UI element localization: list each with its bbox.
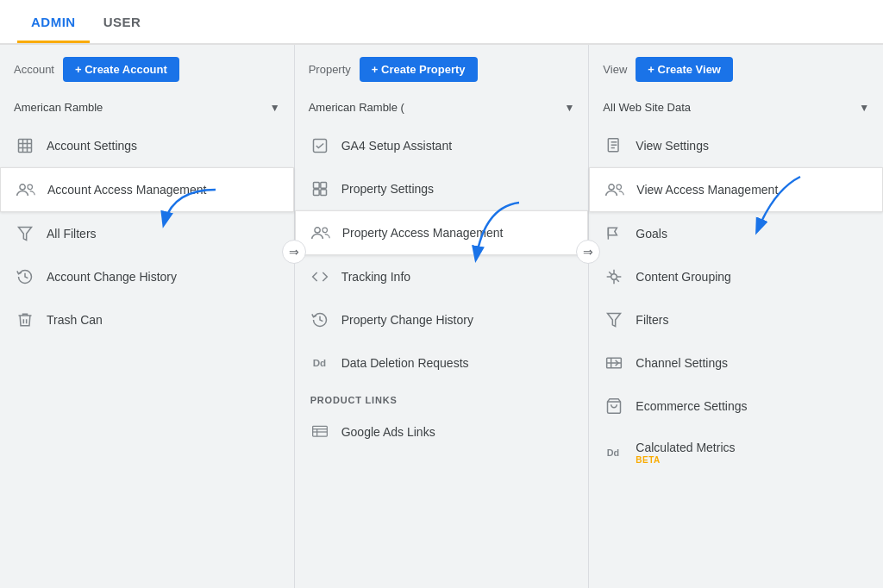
history-icon xyxy=(16,267,34,286)
svg-point-14 xyxy=(323,228,328,233)
property-dropdown-arrow-icon: ▼ xyxy=(564,102,574,114)
goals-label: Goals xyxy=(636,226,667,241)
all-filters-item[interactable]: All Filters xyxy=(0,212,294,255)
google-ads-icon xyxy=(310,422,329,441)
account-access-management-item[interactable]: Account Access Management xyxy=(0,167,294,212)
svg-point-13 xyxy=(315,228,320,233)
property-change-history-item[interactable]: Property Change History xyxy=(295,298,589,341)
account-header: Account + Create Account xyxy=(0,45,294,94)
view-dropdown-arrow-icon: ▼ xyxy=(859,102,869,114)
ga4-setup-label: GA4 Setup Assistant xyxy=(341,138,452,153)
view-dropdown-value: All Web Site Data xyxy=(603,101,691,114)
calculated-metrics-label: Calculated Metrics xyxy=(636,440,735,455)
property-change-history-label: Property Change History xyxy=(341,312,473,328)
building-icon xyxy=(16,136,34,155)
account-dropdown-value: American Ramble xyxy=(14,101,103,114)
calculated-metrics-item[interactable]: Dd Calculated Metrics BETA xyxy=(589,428,883,477)
view-access-management-label: View Access Management xyxy=(636,182,778,197)
view-column: View + Create View All Web Site Data ▼ V… xyxy=(589,45,883,588)
code-icon xyxy=(310,267,329,286)
people3-icon xyxy=(605,180,624,199)
content-grouping-icon xyxy=(604,267,623,286)
svg-line-32 xyxy=(610,272,612,274)
svg-point-6 xyxy=(28,185,33,190)
property-settings-label: Property Settings xyxy=(341,181,434,197)
svg-marker-34 xyxy=(608,314,621,327)
tracking-info-item[interactable]: Tracking Info xyxy=(295,255,589,298)
view-settings-label: View Settings xyxy=(636,138,709,153)
all-filters-label: All Filters xyxy=(47,226,97,241)
channel-icon xyxy=(604,353,623,372)
ecommerce-settings-label: Ecommerce Settings xyxy=(636,398,747,414)
product-links-section: PRODUCT LINKS xyxy=(295,385,589,410)
svg-marker-7 xyxy=(19,228,32,241)
svg-point-25 xyxy=(617,185,622,190)
view-header: View + Create View xyxy=(589,45,883,94)
property-settings-item[interactable]: Property Settings xyxy=(295,167,589,210)
property-access-management-label: Property Access Management xyxy=(342,225,504,241)
google-ads-links-item[interactable]: Google Ads Links xyxy=(295,410,589,454)
create-view-button[interactable]: + Create View xyxy=(636,57,733,82)
tab-user[interactable]: USER xyxy=(90,3,155,41)
property-col-arrow: ⇒ xyxy=(576,240,600,264)
svg-line-33 xyxy=(617,279,619,282)
property-dropdown-value: American Ramble ( xyxy=(309,101,404,114)
doc-icon xyxy=(604,136,623,155)
property-column: Property + Create Property American Ramb… xyxy=(295,45,590,588)
filter-icon xyxy=(16,224,34,243)
svg-rect-16 xyxy=(312,426,327,436)
beta-badge: BETA xyxy=(636,455,735,465)
svg-point-24 xyxy=(609,185,614,190)
view-filters-item[interactable]: Filters xyxy=(589,298,883,341)
checkbox-icon xyxy=(310,136,329,155)
view-settings-item[interactable]: View Settings xyxy=(589,124,883,167)
svg-point-5 xyxy=(20,185,25,190)
svg-rect-10 xyxy=(321,183,327,189)
data-deletion-label: Data Deletion Requests xyxy=(341,355,469,371)
content-grouping-label: Content Grouping xyxy=(636,269,731,285)
dd-icon: Dd xyxy=(310,353,329,372)
filter2-icon xyxy=(604,310,623,329)
account-change-history-item[interactable]: Account Change History xyxy=(0,255,294,298)
trash-icon xyxy=(16,310,34,329)
svg-rect-8 xyxy=(313,140,326,153)
top-tabs: ADMIN USER xyxy=(0,0,883,45)
account-col-arrow: ⇒ xyxy=(282,240,306,264)
property-access-management-item[interactable]: Property Access Management xyxy=(295,210,589,255)
tab-admin[interactable]: ADMIN xyxy=(17,3,90,41)
content-grouping-item[interactable]: Content Grouping xyxy=(589,255,883,298)
svg-text:Dd: Dd xyxy=(607,447,619,458)
create-property-button[interactable]: + Create Property xyxy=(360,57,478,82)
account-column: Account + Create Account American Ramble… xyxy=(0,45,295,588)
history2-icon xyxy=(310,310,329,329)
account-dropdown[interactable]: American Ramble ▼ xyxy=(0,94,294,121)
channel-settings-label: Channel Settings xyxy=(636,355,728,371)
account-label: Account xyxy=(14,63,54,76)
svg-rect-11 xyxy=(313,190,319,196)
people-icon xyxy=(16,180,35,199)
svg-rect-9 xyxy=(313,183,319,189)
account-dropdown-arrow-icon: ▼ xyxy=(270,102,280,114)
view-dropdown[interactable]: All Web Site Data ▼ xyxy=(589,94,883,121)
account-settings-item[interactable]: Account Settings xyxy=(0,124,294,167)
tracking-info-label: Tracking Info xyxy=(341,269,410,285)
ecommerce-icon xyxy=(604,397,623,416)
view-access-management-item[interactable]: View Access Management xyxy=(589,167,883,212)
channel-settings-item[interactable]: Channel Settings xyxy=(589,341,883,385)
ecommerce-settings-item[interactable]: Ecommerce Settings xyxy=(589,385,883,428)
goals-item[interactable]: Goals xyxy=(589,212,883,255)
svg-point-27 xyxy=(611,274,617,280)
property-header: Property + Create Property xyxy=(295,45,589,94)
property-dropdown[interactable]: American Ramble ( ▼ xyxy=(295,94,589,121)
svg-rect-12 xyxy=(321,190,327,196)
data-deletion-item[interactable]: Dd Data Deletion Requests xyxy=(295,341,589,385)
create-account-button[interactable]: + Create Account xyxy=(63,57,179,82)
ga4-setup-item[interactable]: GA4 Setup Assistant xyxy=(295,124,589,167)
view-filters-label: Filters xyxy=(636,312,668,328)
trash-can-item[interactable]: Trash Can xyxy=(0,298,294,341)
property-settings-icon xyxy=(310,179,329,198)
property-label: Property xyxy=(309,63,351,76)
account-settings-label: Account Settings xyxy=(47,138,137,153)
svg-text:Dd: Dd xyxy=(312,357,326,368)
main-content: Account + Create Account American Ramble… xyxy=(0,45,883,588)
